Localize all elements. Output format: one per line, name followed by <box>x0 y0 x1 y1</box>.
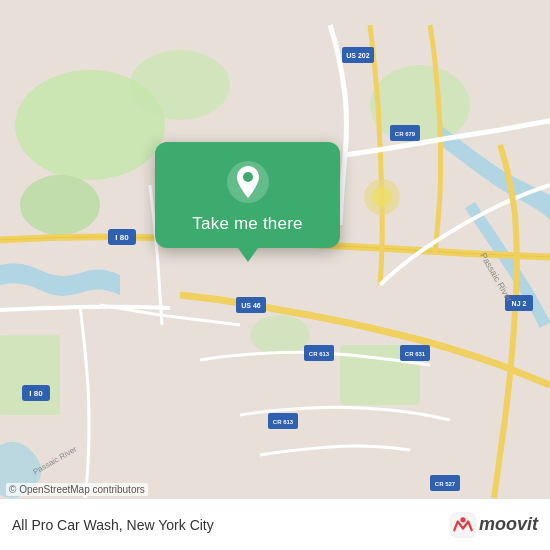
map-container: I 80 US 202 US 46 CR 679 CR 613 CR 613 C… <box>0 0 550 550</box>
svg-text:I 80: I 80 <box>115 233 129 242</box>
svg-text:CR 613: CR 613 <box>309 351 330 357</box>
svg-point-2 <box>130 50 230 120</box>
svg-text:CR 527: CR 527 <box>435 481 456 487</box>
bottom-bar: All Pro Car Wash, New York City moovit <box>0 498 550 550</box>
svg-rect-5 <box>0 335 60 415</box>
svg-point-30 <box>372 187 392 207</box>
svg-point-6 <box>250 315 310 355</box>
attribution-text: © OpenStreetMap contributors <box>6 483 148 496</box>
popup-card: Take me there <box>155 142 340 248</box>
svg-rect-34 <box>451 512 476 537</box>
map-svg: I 80 US 202 US 46 CR 679 CR 613 CR 613 C… <box>0 0 550 550</box>
svg-point-33 <box>243 172 253 182</box>
location-pin-icon <box>226 160 270 204</box>
svg-point-35 <box>460 517 465 522</box>
svg-point-1 <box>20 175 100 235</box>
svg-text:CR 631: CR 631 <box>405 351 426 357</box>
svg-text:CR 679: CR 679 <box>395 131 416 137</box>
take-me-there-button[interactable]: Take me there <box>192 214 302 234</box>
svg-text:NJ 2: NJ 2 <box>512 300 527 307</box>
svg-text:CR 613: CR 613 <box>273 419 294 425</box>
svg-text:I 80: I 80 <box>29 389 43 398</box>
location-label: All Pro Car Wash, New York City <box>12 517 214 533</box>
svg-text:US 202: US 202 <box>346 52 369 59</box>
moovit-brand-text: moovit <box>479 514 538 535</box>
svg-text:US 46: US 46 <box>241 302 261 309</box>
moovit-logo-icon <box>449 511 477 539</box>
svg-text:Passaic River: Passaic River <box>32 444 79 476</box>
moovit-logo: moovit <box>449 511 538 539</box>
